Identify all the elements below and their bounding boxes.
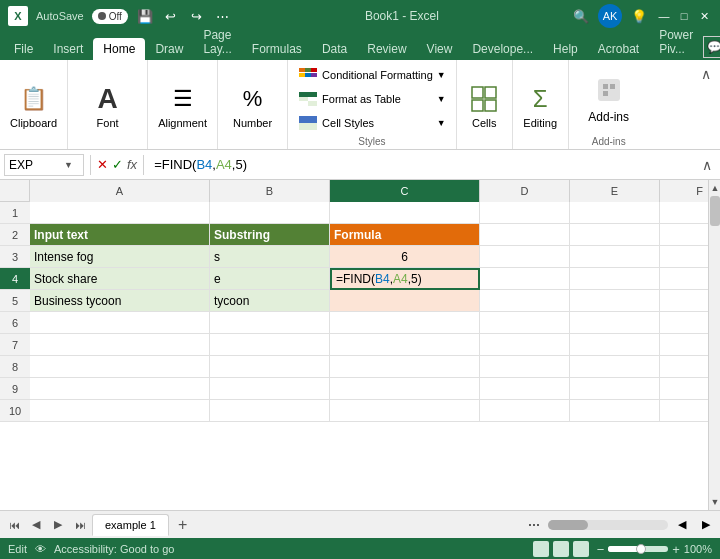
formula-confirm-btn[interactable]: ✓ [112,157,123,172]
conditional-formatting-btn[interactable]: Conditional Formatting ▼ [294,65,450,85]
cell-e6[interactable] [570,312,660,334]
cell-f5-extra[interactable] [660,290,708,312]
tab-review[interactable]: Review [357,38,416,60]
cell-b6[interactable] [210,312,330,334]
sheet-nav-prev[interactable]: ◀ [26,515,46,535]
format-as-table-btn[interactable]: Format as Table ▼ [294,89,450,109]
tab-home[interactable]: Home [93,38,145,60]
cell-a7[interactable] [30,334,210,356]
col-header-a[interactable]: A [30,180,210,202]
cell-a4[interactable]: Stock share [30,268,210,290]
cell-c10[interactable] [330,400,480,422]
col-header-e[interactable]: E [570,180,660,202]
zoom-in-btn[interactable]: + [672,542,680,557]
cells-btn[interactable]: Cells [464,81,504,131]
cell-extra-6[interactable] [660,312,708,334]
cell-a2[interactable]: Input text [30,224,210,246]
cell-e3[interactable] [570,246,660,268]
scroll-down-btn[interactable]: ▼ [709,494,720,510]
formula-cancel-btn[interactable]: ✕ [97,157,108,172]
cell-e10[interactable] [570,400,660,422]
sheet-tab-example1[interactable]: example 1 [92,514,169,536]
cell-e7[interactable] [570,334,660,356]
cell-d1[interactable] [480,202,570,224]
cell-d5[interactable] [480,290,570,312]
cell-b8[interactable] [210,356,330,378]
lightbulb-icon[interactable]: 💡 [630,7,648,25]
cell-d10[interactable] [480,400,570,422]
cell-a6[interactable] [30,312,210,334]
minimize-btn[interactable]: — [656,8,672,24]
zoom-slider-thumb[interactable] [636,544,646,554]
formula-expand-btn[interactable]: ∧ [698,157,716,173]
tab-pagelayout[interactable]: Page Lay... [193,24,241,60]
commands-icon[interactable]: ⋯ [214,7,232,25]
cell-b10[interactable] [210,400,330,422]
cell-b1[interactable] [210,202,330,224]
cell-e9[interactable] [570,378,660,400]
view-pagebreak-btn[interactable]: ⊟ [573,541,589,557]
cell-d4[interactable] [480,268,570,290]
cell-c1[interactable] [330,202,480,224]
row-header-9[interactable]: 9 [0,378,30,400]
scroll-thumb[interactable] [710,196,720,226]
editing-btn[interactable]: Σ Editing [519,81,561,131]
tab-view[interactable]: View [417,38,463,60]
cell-a8[interactable] [30,356,210,378]
cell-f4-extra[interactable] [660,268,708,290]
name-box-input[interactable] [9,158,64,172]
cell-a9[interactable] [30,378,210,400]
cell-b2[interactable]: Substring [210,224,330,246]
col-header-f[interactable]: F [660,180,708,202]
cell-extra-9[interactable] [660,378,708,400]
row-header-2[interactable]: 2 [0,224,30,246]
row-header-8[interactable]: 8 [0,356,30,378]
view-pagelayout-btn[interactable]: ⊞ [553,541,569,557]
formula-display[interactable]: =FIND(B4,A4,5) [150,157,694,172]
cell-extra-7[interactable] [660,334,708,356]
cell-e8[interactable] [570,356,660,378]
alignment-btn[interactable]: ☰ Alignment [154,81,211,131]
view-normal-btn[interactable]: ▣ [533,541,549,557]
row-header-3[interactable]: 3 [0,246,30,268]
row-header-7[interactable]: 7 [0,334,30,356]
autosave-toggle[interactable]: Off [92,9,128,24]
hscrollbar-thumb[interactable] [548,520,588,530]
formula-fx-btn[interactable]: fx [127,157,137,172]
number-btn[interactable]: % Number [229,81,276,131]
cell-e4[interactable] [570,268,660,290]
cell-e5[interactable] [570,290,660,312]
cell-f1-extra[interactable] [660,202,708,224]
cell-d7[interactable] [480,334,570,356]
user-avatar[interactable]: AK [598,4,622,28]
row-header-5[interactable]: 5 [0,290,30,312]
search-btn[interactable]: 🔍 [572,7,590,25]
tab-formulas[interactable]: Formulas [242,38,312,60]
cell-c3[interactable]: 6 [330,246,480,268]
hscroll-left-btn[interactable]: ◀ [672,515,692,535]
tab-acrobat[interactable]: Acrobat [588,38,649,60]
cell-a5[interactable]: Business tycoon [30,290,210,312]
sheet-nav-next[interactable]: ▶ [48,515,68,535]
sheet-nav-first[interactable]: ⏮ [4,515,24,535]
cell-styles-btn[interactable]: Cell Styles ▼ [294,113,450,133]
name-box-dropdown-icon[interactable]: ▼ [64,160,73,170]
cell-c6[interactable] [330,312,480,334]
row-header-4[interactable]: 4 [0,268,30,290]
cell-a3[interactable]: Intense fog [30,246,210,268]
zoom-slider[interactable] [608,546,668,552]
cell-b9[interactable] [210,378,330,400]
cell-c4-active[interactable]: =FIND(B4,A4,5) [330,268,480,290]
cell-d8[interactable] [480,356,570,378]
clipboard-btn[interactable]: 📋 Clipboard [6,81,61,131]
cell-f2-extra[interactable] [660,224,708,246]
cell-d9[interactable] [480,378,570,400]
row-header-1[interactable]: 1 [0,202,30,224]
font-btn[interactable]: A Font [88,81,128,131]
row-header-6[interactable]: 6 [0,312,30,334]
cell-c2[interactable]: Formula [330,224,480,246]
cell-extra-8[interactable] [660,356,708,378]
cell-d3[interactable] [480,246,570,268]
close-btn[interactable]: ✕ [696,8,712,24]
cell-c7[interactable] [330,334,480,356]
